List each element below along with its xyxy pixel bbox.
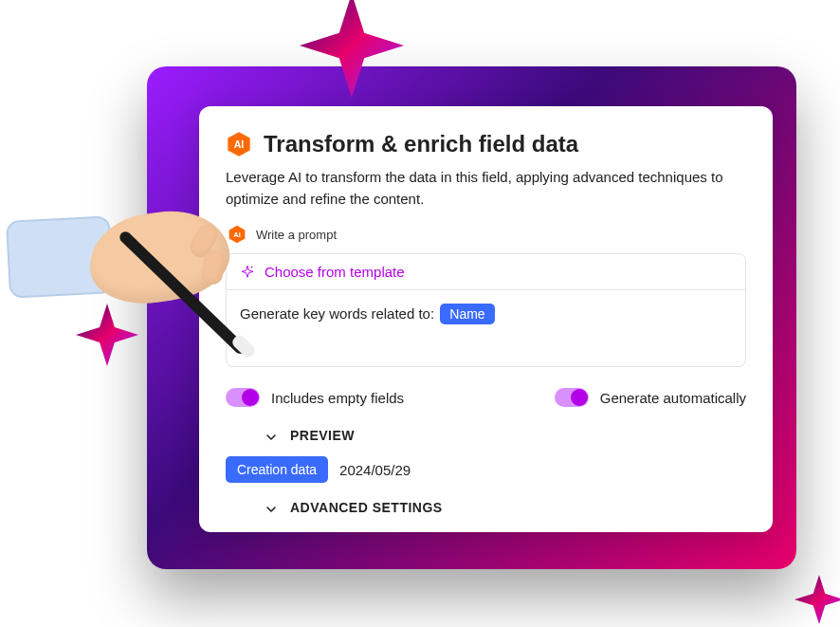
toggle-switch [226, 388, 260, 407]
choose-template-link[interactable]: Choose from template [227, 254, 745, 290]
toggle-switch [555, 388, 589, 407]
svg-point-4 [251, 266, 253, 267]
preview-row: Creation data 2024/05/29 [226, 456, 746, 483]
chevron-down-icon [265, 430, 277, 441]
prompt-label-row: AI Write a prompt [226, 225, 746, 244]
card-title: Transform & enrich field data [264, 131, 578, 157]
preview-field-badge: Creation data [226, 456, 328, 483]
svg-text:AI: AI [233, 231, 241, 239]
template-sparkle-icon [240, 265, 255, 280]
toggle-label: Includes empty fields [271, 390, 404, 406]
section-preview-header[interactable]: PREVIEW [226, 428, 746, 443]
chevron-down-icon [265, 502, 277, 513]
sparkle-decoration [76, 304, 138, 366]
card-header: AI Transform & enrich field data [226, 131, 746, 157]
card-description: Leverage AI to transform the data in thi… [226, 167, 746, 210]
prompt-box: Choose from template Generate key words … [226, 253, 746, 367]
toggles-row: Includes empty fields Generate automatic… [226, 388, 746, 407]
section-title: PREVIEW [290, 428, 355, 443]
field-chip-name[interactable]: Name [440, 304, 494, 324]
toggle-label: Generate automatically [600, 390, 746, 406]
choose-template-label: Choose from template [265, 264, 405, 280]
sparkle-decoration [794, 575, 840, 624]
section-title: ADVANCED SETTINGS [290, 500, 443, 515]
prompt-label: Write a prompt [256, 228, 337, 242]
prompt-text: Generate key words related to: [240, 305, 434, 322]
transform-enrich-card: AI Transform & enrich field data Leverag… [199, 106, 773, 532]
ai-hex-icon: AI [226, 131, 252, 157]
section-advanced-header[interactable]: ADVANCED SETTINGS [226, 500, 746, 515]
svg-text:AI: AI [234, 138, 245, 150]
preview-value: 2024/05/29 [339, 462, 411, 478]
toggle-includes-empty-fields[interactable]: Includes empty fields [226, 388, 404, 407]
toggle-generate-automatically[interactable]: Generate automatically [555, 388, 746, 407]
sparkle-decoration [300, 0, 404, 102]
prompt-input[interactable]: Generate key words related to: Name [227, 290, 745, 366]
ai-hex-icon: AI [228, 225, 247, 244]
